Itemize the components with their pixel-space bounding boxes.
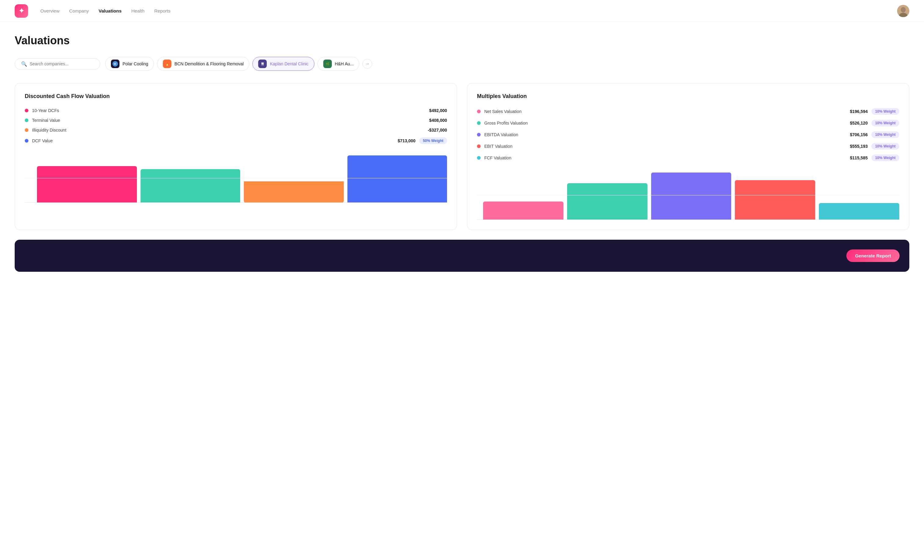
metric-label: EBIT Valuation bbox=[484, 144, 512, 149]
metric-label: Net Sales Valuation bbox=[484, 109, 522, 114]
company-tab-bcn[interactable]: 🔥 BCN Demolition & Flooring Removal bbox=[157, 57, 249, 71]
charts-row: Discounted Cash Flow Valuation 10-Year D… bbox=[15, 83, 909, 230]
bar-fcf bbox=[819, 203, 899, 220]
metric-value: $408,000 bbox=[429, 118, 447, 123]
bar-terminal bbox=[141, 169, 240, 203]
multiples-metrics: Net Sales Valuation $196,594 10% Weight … bbox=[477, 108, 899, 161]
metric-value: $196,594 bbox=[850, 109, 867, 114]
kaplan-label: Kaplan Dental Clinic bbox=[270, 61, 308, 66]
metric-value: $526,120 bbox=[850, 121, 867, 126]
nav-valuations[interactable]: Valuations bbox=[99, 7, 122, 15]
generate-report-button[interactable]: Generate Report bbox=[846, 250, 900, 262]
search-input[interactable] bbox=[30, 61, 94, 66]
bar-dcf bbox=[347, 156, 447, 203]
metric-label: Terminal Value bbox=[32, 118, 60, 123]
weight-badge: 10% Weight bbox=[872, 131, 899, 138]
metric-dot bbox=[25, 109, 28, 112]
metric-dot bbox=[477, 121, 481, 125]
metric-dot bbox=[25, 139, 28, 142]
metric-value: $492,000 bbox=[429, 108, 447, 113]
svg-text:🌿: 🌿 bbox=[326, 62, 330, 66]
weight-badge: 10% Weight bbox=[872, 154, 899, 161]
bar-illiquidity bbox=[244, 181, 344, 203]
metric-row: Gross Profits Valuation $526,120 10% Wei… bbox=[477, 120, 899, 126]
main-content: Valuations 🔍 ❄ Polar Cooling 🔥 BCN Demol… bbox=[0, 22, 924, 284]
metric-row: Illiquidity Discount -$327,000 bbox=[25, 128, 447, 133]
bcn-label: BCN Demolition & Flooring Removal bbox=[174, 61, 243, 66]
page-title: Valuations bbox=[15, 34, 909, 47]
dcf-card: Discounted Cash Flow Valuation 10-Year D… bbox=[15, 83, 457, 230]
metric-dot bbox=[25, 118, 28, 122]
company-tabs: ❄ Polar Cooling 🔥 BCN Demolition & Floor… bbox=[105, 57, 372, 71]
metric-label: 10-Year DCFs bbox=[32, 108, 59, 113]
bcn-icon: 🔥 bbox=[163, 60, 171, 68]
company-tab-hh[interactable]: 🌿 H&H Au... bbox=[318, 57, 359, 71]
nav-reports[interactable]: Reports bbox=[154, 7, 171, 15]
weight-badge: 10% Weight bbox=[872, 108, 899, 115]
search-box[interactable]: 🔍 bbox=[15, 58, 100, 70]
polar-cooling-label: Polar Cooling bbox=[123, 61, 148, 66]
metric-row: FCF Valuation $115,585 10% Weight bbox=[477, 154, 899, 161]
bar-net-sales bbox=[483, 202, 564, 220]
avatar[interactable] bbox=[897, 5, 909, 17]
bar-ebitda bbox=[651, 172, 732, 220]
weight-badge: 10% Weight bbox=[872, 143, 899, 150]
metric-dot bbox=[477, 144, 481, 148]
metric-label: FCF Valuation bbox=[484, 156, 511, 160]
metric-dot bbox=[477, 109, 481, 113]
polar-cooling-icon: ❄ bbox=[111, 60, 120, 68]
metric-value: $713,000 bbox=[398, 138, 415, 143]
metric-dot bbox=[477, 156, 481, 160]
metric-value: $706,156 bbox=[850, 132, 867, 137]
metric-label: EBITDA Valuation bbox=[484, 132, 518, 137]
svg-text:❄: ❄ bbox=[114, 62, 116, 66]
metric-value: -$327,000 bbox=[428, 128, 447, 133]
metric-row: Terminal Value $408,000 bbox=[25, 118, 447, 123]
multiples-card: Multiples Valuation Net Sales Valuation … bbox=[467, 83, 909, 230]
hh-label: H&H Au... bbox=[335, 61, 354, 66]
metric-dot bbox=[477, 133, 481, 136]
metric-row: DCF Value $713,000 50% Weight bbox=[25, 138, 447, 144]
hh-icon: 🌿 bbox=[323, 60, 332, 68]
company-tab-polar-cooling[interactable]: ❄ Polar Cooling bbox=[105, 57, 154, 71]
multiples-title: Multiples Valuation bbox=[477, 93, 899, 100]
bottom-section: Generate Report bbox=[15, 240, 909, 272]
logo-icon: ✦ bbox=[15, 4, 28, 18]
company-tab-kaplan[interactable]: 🦷 Kaplan Dental Clinic bbox=[252, 57, 314, 71]
kaplan-icon: 🦷 bbox=[258, 60, 267, 68]
svg-text:🔥: 🔥 bbox=[165, 62, 169, 66]
weight-badge: 50% Weight bbox=[419, 138, 447, 144]
metric-row: EBIT Valuation $555,193 10% Weight bbox=[477, 143, 899, 150]
nav-company[interactable]: Company bbox=[69, 7, 89, 15]
dcf-title: Discounted Cash Flow Valuation bbox=[25, 93, 447, 100]
multiples-bar-chart bbox=[477, 171, 899, 220]
bar-gross-profits bbox=[567, 183, 648, 220]
metric-value: $555,193 bbox=[850, 144, 867, 149]
weight-badge: 10% Weight bbox=[872, 120, 899, 126]
metric-row: EBITDA Valuation $706,156 10% Weight bbox=[477, 131, 899, 138]
search-icon: 🔍 bbox=[21, 61, 27, 67]
nav-links: Overview Company Valuations Health Repor… bbox=[40, 7, 171, 15]
nav-overview[interactable]: Overview bbox=[40, 7, 60, 15]
metric-dot bbox=[25, 128, 28, 132]
metric-label: Gross Profits Valuation bbox=[484, 121, 528, 126]
dcf-bar-chart bbox=[25, 154, 447, 203]
metric-label: Illiquidity Discount bbox=[32, 128, 66, 133]
metric-row: 10-Year DCFs $492,000 bbox=[25, 108, 447, 113]
metric-row: Net Sales Valuation $196,594 10% Weight bbox=[477, 108, 899, 115]
next-companies-button[interactable]: → bbox=[362, 59, 372, 69]
navbar-left: ✦ Overview Company Valuations Health Rep… bbox=[15, 4, 171, 18]
metric-value: $115,585 bbox=[850, 156, 867, 160]
svg-point-1 bbox=[901, 7, 906, 12]
bar-ebit bbox=[735, 180, 815, 220]
navbar: ✦ Overview Company Valuations Health Rep… bbox=[0, 0, 924, 22]
dcf-metrics: 10-Year DCFs $492,000 Terminal Value $40… bbox=[25, 108, 447, 144]
bar-10yr bbox=[37, 166, 137, 203]
svg-text:🦷: 🦷 bbox=[261, 62, 265, 66]
nav-health[interactable]: Health bbox=[131, 7, 144, 15]
metric-label: DCF Value bbox=[32, 138, 52, 143]
toolbar: 🔍 ❄ Polar Cooling 🔥 BCN Demolition & Flo… bbox=[15, 57, 909, 71]
